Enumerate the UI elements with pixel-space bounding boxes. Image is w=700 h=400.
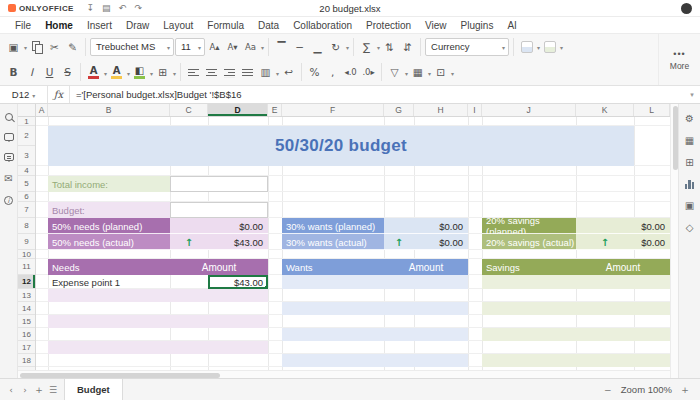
- cell-budget-label[interactable]: Budget:: [48, 202, 170, 218]
- cell[interactable]: [36, 275, 48, 289]
- cell-needs-header[interactable]: Needs: [48, 259, 170, 275]
- cell[interactable]: [48, 354, 268, 367]
- shape-settings-icon[interactable]: ◇: [686, 222, 694, 233]
- cell[interactable]: [36, 328, 48, 341]
- comma-style-button[interactable]: ,: [324, 62, 341, 82]
- format-as-table-button[interactable]: ⊡: [432, 62, 449, 82]
- sheet-row-actual[interactable]: 50% needs (actual) ↑ $43.00 30% wants (a…: [36, 234, 670, 250]
- align-left-button[interactable]: [185, 62, 202, 82]
- cell[interactable]: [36, 289, 48, 302]
- cell-savings-header[interactable]: Savings: [482, 259, 576, 275]
- row-header-5[interactable]: 5: [18, 176, 35, 192]
- cell[interactable]: [268, 302, 282, 315]
- spreadsheet-grid[interactable]: 50/30/20 budget Total income: Budget:: [36, 117, 670, 370]
- format-painter-button[interactable]: ✎: [64, 37, 81, 57]
- cell[interactable]: [268, 259, 282, 275]
- copy-button[interactable]: [28, 37, 45, 57]
- column-header-I[interactable]: I: [468, 104, 482, 116]
- add-sheet-button[interactable]: +: [32, 385, 46, 395]
- cell[interactable]: [482, 275, 670, 289]
- wrap-text-button[interactable]: ↩: [280, 62, 297, 82]
- table-row[interactable]: [36, 354, 670, 367]
- cell[interactable]: [268, 354, 282, 367]
- font-name-select[interactable]: Trebuchet MS: [90, 38, 174, 56]
- comments-icon[interactable]: [4, 133, 14, 141]
- strikethrough-button[interactable]: S: [59, 62, 76, 82]
- cell[interactable]: [468, 218, 482, 234]
- cell-wants-planned-value[interactable]: $0.00: [384, 218, 468, 234]
- cell-style-gallery-2[interactable]: [541, 37, 558, 57]
- row-header-17[interactable]: 17: [18, 341, 35, 354]
- sheet-row-planned[interactable]: 50% needs (planned) $0.00 30% wants (pla…: [36, 218, 670, 234]
- cell[interactable]: [282, 328, 468, 341]
- tab-plugins[interactable]: Plugins: [454, 20, 501, 31]
- decrease-decimal-button[interactable]: ◂.0: [342, 62, 359, 82]
- search-icon[interactable]: [5, 113, 13, 121]
- sheet-row[interactable]: [36, 250, 670, 259]
- align-center-button[interactable]: [203, 62, 220, 82]
- table-settings-icon[interactable]: ⊞: [685, 157, 693, 168]
- increase-decimal-button[interactable]: .0▸: [360, 62, 377, 82]
- cell[interactable]: [482, 302, 670, 315]
- cell-savings-actual-label[interactable]: 20% savings (actual): [482, 234, 576, 250]
- font-size-select[interactable]: 11: [175, 38, 205, 56]
- number-format-select[interactable]: Currency: [425, 38, 509, 56]
- cell[interactable]: [482, 328, 670, 341]
- table-row[interactable]: [36, 315, 670, 328]
- paste-button[interactable]: ▣: [5, 37, 22, 57]
- column-header-F[interactable]: F: [282, 104, 384, 116]
- print-icon[interactable]: ▤: [100, 3, 113, 13]
- cell[interactable]: [468, 302, 482, 315]
- cell-total-income-label[interactable]: Total income:: [48, 176, 170, 192]
- user-avatar[interactable]: [681, 3, 692, 14]
- cell[interactable]: [282, 354, 468, 367]
- row-header-10[interactable]: 10: [18, 250, 35, 259]
- fill-color-button[interactable]: ◧: [131, 62, 148, 82]
- align-justify-button[interactable]: [239, 62, 256, 82]
- bold-button[interactable]: B: [5, 62, 22, 82]
- cell[interactable]: [170, 275, 208, 289]
- cell[interactable]: [468, 275, 482, 289]
- horizontal-scrollbar[interactable]: [18, 370, 670, 378]
- tab-ai[interactable]: AI: [500, 20, 523, 31]
- font-color-button[interactable]: A: [85, 62, 102, 82]
- tab-view[interactable]: View: [418, 20, 454, 31]
- cell[interactable]: [36, 302, 48, 315]
- align-right-button[interactable]: [221, 62, 238, 82]
- cell-needs-amount-header[interactable]: Amount: [170, 259, 268, 275]
- formula-input[interactable]: ='[Personal budget.xlsx]Budget '!$B$16: [70, 89, 684, 100]
- about-icon[interactable]: i: [4, 196, 13, 205]
- cell[interactable]: [268, 218, 282, 234]
- cell-expense-name[interactable]: Expense point 1: [48, 275, 170, 289]
- vertical-scrollbar[interactable]: [670, 104, 678, 378]
- cell-style-gallery-1[interactable]: [518, 37, 535, 57]
- autosum-button[interactable]: ∑: [358, 37, 375, 57]
- column-header-B[interactable]: B: [48, 104, 170, 116]
- row-header-4[interactable]: 4: [18, 166, 35, 176]
- sheet-row-total-income[interactable]: Total income:: [36, 176, 670, 192]
- tab-collaboration[interactable]: Collaboration: [286, 20, 359, 31]
- tab-protection[interactable]: Protection: [359, 20, 418, 31]
- sheet-row-banner[interactable]: 50/30/20 budget: [36, 126, 670, 166]
- align-bottom-button[interactable]: ▁: [309, 37, 326, 57]
- column-header-C[interactable]: C: [170, 104, 208, 116]
- sort-descending-button[interactable]: ⇵: [399, 37, 416, 57]
- cell[interactable]: [36, 126, 48, 166]
- next-sheet-icon[interactable]: ›: [18, 385, 32, 395]
- chart-settings-icon[interactable]: [685, 179, 695, 189]
- row-header-2[interactable]: 2: [18, 126, 35, 146]
- image-settings-icon[interactable]: ▣: [685, 200, 694, 211]
- formula-bar-collapse-icon[interactable]: ▾: [684, 91, 700, 99]
- cell[interactable]: [36, 341, 48, 354]
- cell[interactable]: [482, 354, 670, 367]
- cell[interactable]: [468, 234, 482, 250]
- increase-font-button[interactable]: A▴: [206, 37, 223, 57]
- row-header-9[interactable]: 9: [18, 234, 35, 250]
- cell[interactable]: [36, 176, 48, 192]
- tab-data[interactable]: Data: [251, 20, 286, 31]
- cell-settings-icon[interactable]: ▦: [685, 135, 694, 146]
- table-row[interactable]: [36, 328, 670, 341]
- row-header-8[interactable]: 8: [18, 218, 35, 234]
- feedback-icon[interactable]: ✉: [4, 173, 12, 184]
- settings-gear-icon[interactable]: ⚙: [685, 113, 694, 124]
